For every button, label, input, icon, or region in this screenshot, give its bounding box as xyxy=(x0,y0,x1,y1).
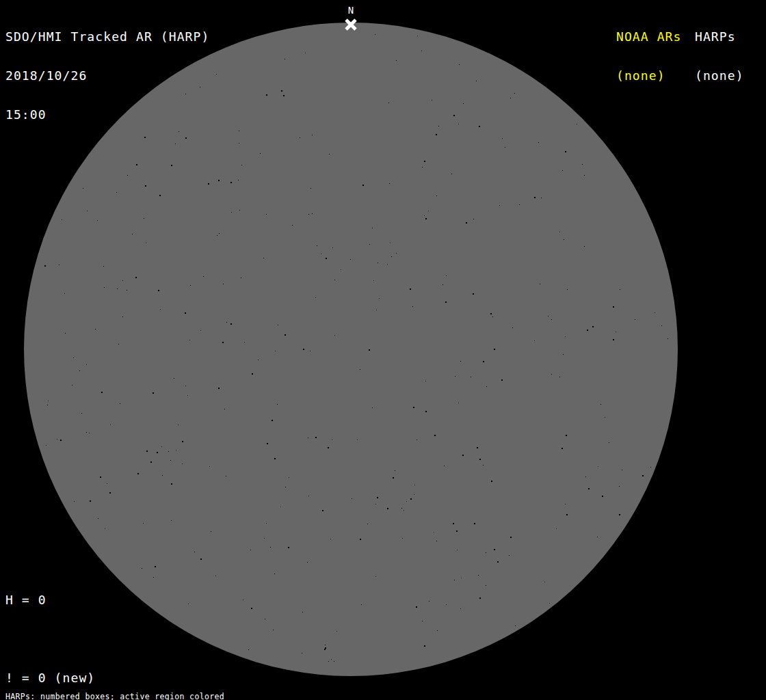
sunspot-speckle xyxy=(437,630,438,631)
sunspot-speckle xyxy=(387,508,388,509)
sunspot-speckle xyxy=(266,94,267,96)
sunspot-speckle xyxy=(239,210,240,211)
sunspot-speckle xyxy=(375,34,375,35)
sunspot-speckle xyxy=(501,379,503,381)
sunspot-speckle xyxy=(336,631,337,632)
sunspot-speckle xyxy=(118,344,119,345)
sunspot-speckle xyxy=(64,293,65,294)
sunspot-speckle xyxy=(182,441,183,442)
sunspot-speckle xyxy=(455,376,455,377)
sunspot-speckle xyxy=(283,95,285,96)
sunspot-speckle xyxy=(582,164,583,165)
sunspot-speckle xyxy=(620,289,620,290)
sunspot-speckle xyxy=(122,317,123,317)
sunspot-speckle xyxy=(598,466,598,467)
harps-block: HARPs (none) xyxy=(695,4,744,108)
sunspot-speckle xyxy=(486,552,486,553)
sunspot-speckle xyxy=(190,285,191,286)
sunspot-speckle xyxy=(185,312,186,314)
sunspot-speckle xyxy=(395,470,395,471)
sunspot-speckle xyxy=(334,335,335,336)
sunspot-speckle xyxy=(241,278,241,278)
sunspot-speckle xyxy=(551,374,552,375)
sunspot-speckle xyxy=(379,298,380,299)
sunspot-speckle xyxy=(350,259,351,260)
sunspot-speckle xyxy=(428,211,429,211)
sunspot-speckle xyxy=(391,256,392,257)
sunspot-speckle xyxy=(361,604,362,605)
sunspot-speckle xyxy=(584,175,585,176)
sunspot-speckle xyxy=(512,327,513,328)
harps-label: HARPs xyxy=(695,30,744,43)
sunspot-speckle xyxy=(421,51,422,51)
sunspot-speckle xyxy=(322,510,323,511)
sunspot-speckle xyxy=(132,234,133,234)
sunspot-speckle xyxy=(226,476,226,476)
sunspot-speckle xyxy=(668,338,668,339)
sunspot-speckle xyxy=(600,404,601,405)
sunspot-speckle xyxy=(305,53,306,53)
sunspot-speckle xyxy=(424,161,425,162)
sunspot-speckle xyxy=(492,317,493,317)
legend-line-spacer xyxy=(5,632,161,645)
sunspot-speckle xyxy=(410,288,411,290)
sunspot-speckle xyxy=(302,653,302,654)
sunspot-speckle xyxy=(584,246,585,247)
sunspot-speckle xyxy=(200,330,201,331)
sunspot-speckle xyxy=(144,218,144,219)
sunspot-speckle xyxy=(453,115,455,116)
sunspot-speckle xyxy=(471,377,471,377)
sunspot-speckle xyxy=(292,225,293,226)
sunspot-speckle xyxy=(135,277,137,278)
sunspot-speckle xyxy=(224,409,225,409)
sunspot-speckle xyxy=(157,452,158,453)
sunspot-speckle xyxy=(143,523,144,524)
sunspot-speckle xyxy=(216,74,217,75)
sunspot-speckle xyxy=(588,488,590,489)
sunspot-speckle xyxy=(303,349,304,350)
sunspot-speckle xyxy=(417,440,417,440)
sunspot-speckle xyxy=(122,280,123,281)
sunspot-speckle xyxy=(458,124,459,124)
sunspot-speckle xyxy=(446,275,447,276)
sunspot-speckle xyxy=(369,349,370,351)
sunspot-speckle xyxy=(46,445,47,446)
sunspot-speckle xyxy=(203,276,204,277)
sunspot-speckle xyxy=(170,460,171,461)
sunspot-speckle xyxy=(98,518,98,519)
sunspot-speckle xyxy=(404,510,404,511)
sunspot-speckle xyxy=(241,165,242,165)
sunspot-speckle xyxy=(310,351,311,351)
sunspot-speckle xyxy=(274,458,276,459)
sunspot-speckle xyxy=(258,360,259,360)
sunspot-speckle xyxy=(619,514,620,515)
sunspot-speckle xyxy=(158,290,159,291)
sunspot-speckle xyxy=(444,466,445,466)
sunspot-speckle xyxy=(592,326,594,327)
sunspot-speckle xyxy=(609,442,609,443)
sunspot-speckle xyxy=(280,507,281,507)
sunspot-speckle xyxy=(145,185,146,187)
sunspot-speckle xyxy=(230,182,232,183)
sunspot-speckle xyxy=(360,369,360,370)
sunspot-speckle xyxy=(231,212,232,213)
sunspot-speckle xyxy=(562,170,563,171)
sunspot-speckle xyxy=(266,523,267,524)
sunspot-speckle xyxy=(44,265,46,267)
sunspot-speckle xyxy=(171,520,172,521)
sunspot-speckle xyxy=(458,403,459,403)
sunspot-speckle xyxy=(223,284,224,284)
sunspot-speckle xyxy=(551,319,552,320)
sunspot-speckle xyxy=(613,306,614,308)
sunspot-speckle xyxy=(325,645,326,645)
sunspot-speckle xyxy=(86,432,87,433)
sunspot-speckle xyxy=(538,142,539,143)
sunspot-speckle xyxy=(289,477,289,478)
sunspot-speckle xyxy=(375,576,376,577)
sunspot-speckle xyxy=(540,284,540,284)
sunspot-speckle xyxy=(460,361,461,362)
sunspot-speckle xyxy=(585,476,586,477)
sunspot-speckle xyxy=(153,392,154,394)
sunspot-speckle xyxy=(564,239,564,240)
sunspot-speckle xyxy=(47,405,48,405)
